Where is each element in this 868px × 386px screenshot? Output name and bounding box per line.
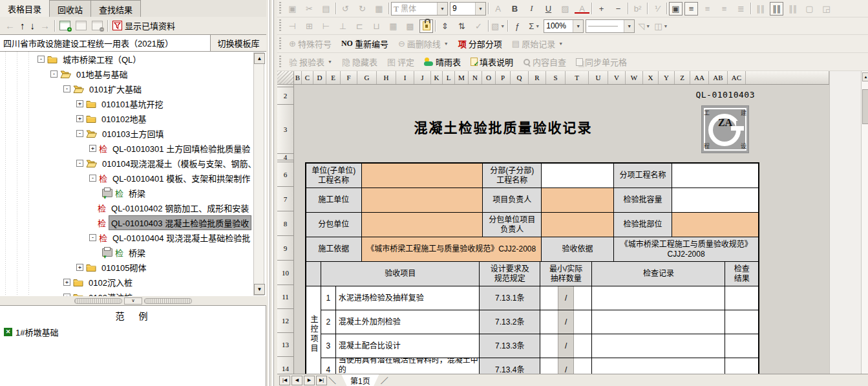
item-record[interactable] <box>592 358 725 374</box>
vertical-text-center-icon[interactable]: ∥∥ <box>770 2 783 16</box>
tree-item-7[interactable]: -010104现浇混凝土（模板与支架、钢筋、 <box>0 156 266 171</box>
column-header-C[interactable]: C <box>302 71 313 84</box>
field-value[interactable]: 《城市桥梁工程施工与质量验收规范》CJJ2-2008 <box>362 237 542 262</box>
tree-item-12[interactable]: -检QL-01010404 现浇混凝土基础检验批 <box>0 230 266 245</box>
row-header-4[interactable]: 4 <box>277 154 294 160</box>
column-header-Y[interactable]: Y <box>659 71 675 84</box>
field-value[interactable] <box>672 213 758 237</box>
column-header-N[interactable]: N <box>469 71 482 84</box>
column-header-X[interactable]: X <box>643 71 659 84</box>
expand-icon[interactable]: + <box>76 115 83 122</box>
item-result[interactable] <box>725 334 758 358</box>
sample-actual[interactable] <box>574 334 591 358</box>
collapse-icon[interactable]: - <box>76 160 83 167</box>
dropdown-arrow-icon[interactable]: ▼ <box>573 20 583 32</box>
weather-button[interactable]: 晴雨表 <box>420 54 465 69</box>
column-header-R[interactable]: R <box>529 71 546 84</box>
tree-item-14[interactable]: +010105砌体 <box>0 260 266 275</box>
item-sample-cell[interactable]: / <box>540 310 593 334</box>
collapse-icon[interactable]: - <box>89 175 96 182</box>
item-sample-cell[interactable]: / <box>540 334 593 358</box>
align-center-icon[interactable]: ≡ <box>684 2 698 16</box>
column-header-O[interactable]: O <box>482 71 496 84</box>
remove-form-icon[interactable]: − <box>92 21 103 30</box>
column-header-AB[interactable]: AB <box>709 71 728 84</box>
tree-item-1[interactable]: -01地基与基础 <box>0 67 266 81</box>
splitter-collapse-button[interactable]: ∨ <box>124 297 142 305</box>
dropdown-arrow-icon[interactable]: ▼ <box>500 24 505 28</box>
field-value[interactable] <box>542 188 614 213</box>
sample-min[interactable] <box>540 358 558 374</box>
column-header-F[interactable]: F <box>341 71 357 84</box>
row-header-7[interactable]: 7 <box>277 187 294 211</box>
scroll-up-button[interactable]: ▲ <box>862 72 868 81</box>
dropdown-arrow-icon[interactable]: ▼ <box>475 3 485 15</box>
expand-icon[interactable]: + <box>89 145 96 152</box>
column-header-H[interactable]: H <box>377 71 396 84</box>
column-header-K[interactable]: K <box>431 71 443 84</box>
splitter-grip[interactable] <box>144 298 192 304</box>
tree-item-13[interactable]: 检桥梁 <box>0 245 266 260</box>
last-sheet-button[interactable]: ▶| <box>316 376 327 385</box>
dropdown-arrow-icon[interactable]: ▼ <box>437 3 447 15</box>
splitter-grip[interactable] <box>74 298 122 304</box>
font-family-select[interactable]: T黑体▼ <box>391 2 448 16</box>
dropdown-arrow-icon[interactable]: ▼ <box>535 24 540 28</box>
sheet-vertical-scrollbar[interactable]: ▲ <box>861 71 868 374</box>
tree-item-0[interactable]: -城市桥梁工程（QL） <box>0 52 266 67</box>
example-item[interactable]: ✕ 1#桥墩基础 <box>0 322 266 338</box>
field-value[interactable] <box>672 188 758 213</box>
expand-icon[interactable]: + <box>76 100 83 107</box>
collapse-icon[interactable]: - <box>76 130 83 137</box>
item-result[interactable] <box>725 310 758 334</box>
align-distribute-icon[interactable]: ▣ <box>669 2 683 16</box>
column-header-V[interactable]: V <box>608 71 626 84</box>
tree-item-6[interactable]: +检QL-01010301 土方回填检验批质量验 <box>0 141 266 156</box>
font-size-select[interactable]: 9▼ <box>450 2 486 16</box>
expand-icon[interactable]: + <box>76 264 83 271</box>
column-header-AA[interactable]: AA <box>690 71 709 84</box>
formula-icon[interactable]: ƒ <box>510 19 525 33</box>
shrink-font-icon[interactable]: − <box>611 2 626 16</box>
field-value[interactable] <box>672 164 758 188</box>
row-header-6[interactable]: 6 <box>277 162 294 187</box>
item-result[interactable] <box>725 286 758 310</box>
column-header-J[interactable]: J <box>414 71 431 84</box>
sample-min[interactable] <box>540 286 558 310</box>
prev-sheet-button[interactable]: ◀ <box>291 376 302 385</box>
subsection-button[interactable]: 项分部分项 <box>454 36 506 51</box>
row-spacing-decrease-icon[interactable]: ⇅ <box>454 19 469 33</box>
tree-item-3[interactable]: +010101基坑开挖 <box>0 96 266 111</box>
row-header-11[interactable]: 11 <box>277 285 294 309</box>
italic-icon[interactable]: I <box>524 2 539 16</box>
dropdown-arrow-icon[interactable]: ▼ <box>646 24 650 28</box>
panel-splitter-horizontal[interactable]: ∨ <box>0 296 266 305</box>
tab-0[interactable]: 表格目录 <box>0 0 50 17</box>
field-value[interactable] <box>362 213 483 237</box>
grow-font-icon[interactable]: + <box>594 2 609 16</box>
bold-icon[interactable]: B <box>507 2 522 16</box>
tree-item-10[interactable]: 检QL-01010402 钢筋加工、成形和安装 <box>0 200 266 215</box>
item-record[interactable] <box>592 310 725 334</box>
tree-item-11[interactable]: 检QL-01010403 混凝土检验批质量验收 <box>0 215 266 230</box>
sample-actual[interactable] <box>574 310 591 334</box>
add-form-icon[interactable]: + <box>59 21 70 30</box>
column-header-L[interactable]: L <box>443 71 455 84</box>
item-result[interactable] <box>725 358 758 374</box>
underline-icon[interactable]: U <box>541 2 556 16</box>
column-header-U[interactable]: U <box>589 71 608 84</box>
row-header-9[interactable]: 9 <box>277 236 294 261</box>
row-spacing-increase-icon[interactable]: ⇕ <box>438 19 452 33</box>
nav-up-icon[interactable]: ↑ <box>20 21 25 30</box>
column-header-B[interactable]: B <box>294 71 302 84</box>
row-header-13[interactable]: 13 <box>277 333 294 357</box>
zoom-select[interactable]: 100%▼ <box>544 19 584 33</box>
row-header-12[interactable]: 12 <box>277 309 294 333</box>
item-sample-cell[interactable]: / <box>540 358 593 374</box>
collapse-icon[interactable]: - <box>89 234 96 241</box>
row-header-3[interactable]: 3 <box>277 105 294 154</box>
column-header-AC[interactable]: AC <box>728 71 746 84</box>
column-header-E[interactable]: E <box>326 71 341 84</box>
item-record[interactable] <box>592 286 725 310</box>
tree-item-16[interactable]: +0103灌注桩 <box>0 290 266 296</box>
